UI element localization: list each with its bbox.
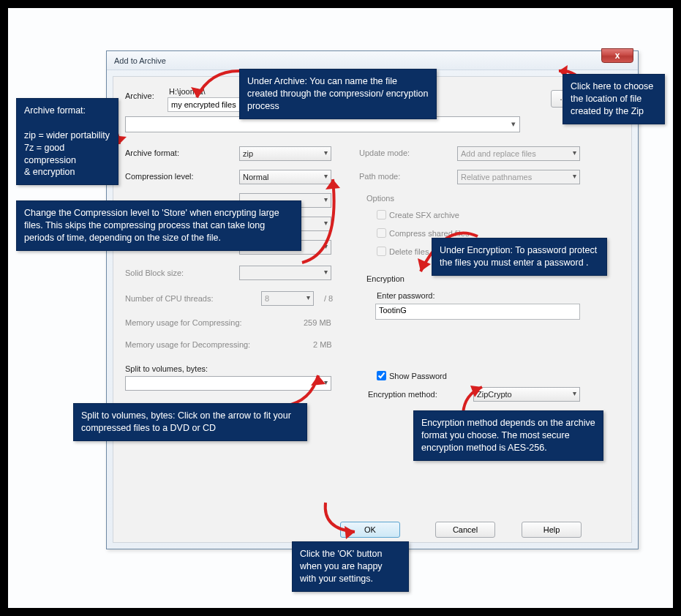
update-mode-select[interactable]: Add and replace files [457,146,580,161]
help-button[interactable]: Help [522,522,582,538]
mem-compress-value: 259 MB [304,318,331,327]
encryption-group-label: Encryption [366,274,405,283]
callout-archive-format: Archive format: zip = wider portability … [16,98,118,185]
solid-block-select[interactable] [239,266,331,280]
show-password-checkbox[interactable]: Show Password [377,371,447,380]
page-frame: Add to Archive x Archive: H:\joomla\ ...… [8,8,673,608]
dialog-title: Add to Archive [114,56,166,65]
split-volumes-label: Split to volumes, bytes: [125,364,208,373]
create-sfx-checkbox[interactable]: Create SFX archive [377,210,459,219]
archive-path: H:\joomla\ [169,87,206,96]
mem-compress-label: Memory usage for Compressing: [125,318,242,327]
archive-format-select[interactable]: zip [239,146,331,161]
password-input[interactable]: TootinG [375,304,580,320]
cpu-threads-label: Number of CPU threads: [125,294,213,303]
callout-enc-method: Encyrption method depends on the archive… [413,410,603,461]
add-to-archive-dialog: Add to Archive x Archive: H:\joomla\ ...… [106,50,639,549]
archive-label: Archive: [125,91,154,100]
split-volumes-select[interactable] [125,376,331,391]
callout-compression: Change the Compression level to 'Store' … [16,200,301,251]
dialog-titlebar: Add to Archive [107,51,638,70]
close-button[interactable]: x [601,48,633,63]
archive-name-input[interactable] [168,97,241,112]
callout-ok: Click the 'OK' button when you are happy… [292,541,409,592]
options-group-label: Options [366,194,394,203]
dialog-body: Archive: H:\joomla\ ... Archive format: … [113,76,632,543]
encryption-method-label: Encryption method: [368,390,437,399]
cpu-threads-select[interactable]: 8 [261,291,314,306]
close-icon: x [615,50,620,61]
ok-button[interactable]: OK [340,522,400,538]
callout-archive-name: Under Archive: You can name the file cre… [239,69,437,119]
solid-block-label: Solid Block size: [125,268,184,277]
compression-level-label: Compression level: [125,172,194,181]
mem-decompress-value: 2 MB [313,340,332,349]
callout-encryption: Under Encryption: To password protect th… [432,238,607,276]
callout-browse: Click here to choose the location of fil… [563,74,665,124]
update-mode-label: Update mode: [359,149,410,157]
archive-format-label: Archive format: [125,149,179,157]
compression-level-select[interactable]: Normal [239,170,331,184]
path-mode-label: Path mode: [359,172,400,181]
compress-shared-checkbox[interactable]: Compress shared files [377,228,469,238]
path-mode-select[interactable]: Relative pathnames [457,170,580,184]
enter-password-label: Enter password: [377,291,434,300]
cpu-max: / 8 [324,294,333,303]
cancel-button[interactable]: Cancel [435,522,495,538]
encryption-method-select[interactable]: ZipCrypto [473,387,580,402]
mem-decompress-label: Memory usage for Decompressing: [125,340,250,349]
callout-split: Split to volumes, bytes: Click on the ar… [73,403,307,441]
